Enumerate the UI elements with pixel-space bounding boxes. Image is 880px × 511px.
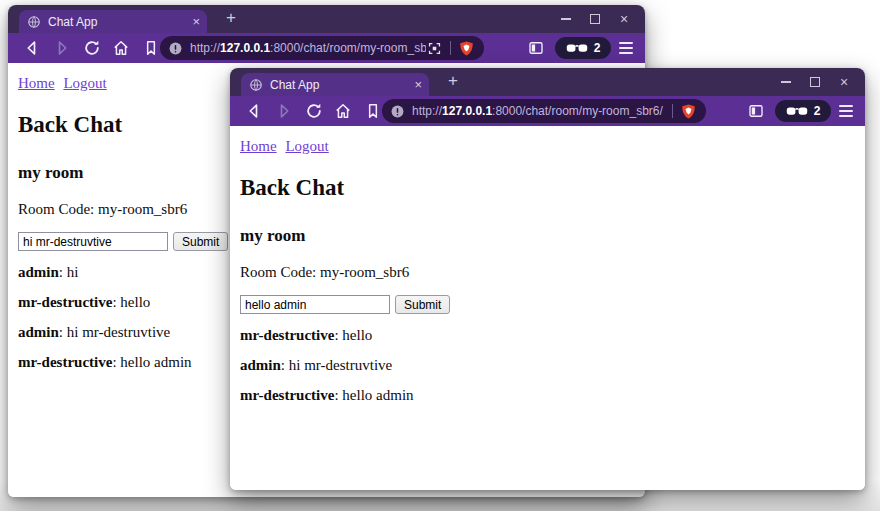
globe-favicon-icon [27,15,41,29]
window-controls: × [778,68,865,96]
brave-shield-icon[interactable] [680,103,697,120]
browser-window-foreground[interactable]: Chat App × + × http://127.0. [230,68,865,490]
site-info-icon[interactable] [390,104,405,119]
tab-close-icon[interactable]: × [192,15,200,28]
brave-rewards-badge[interactable]: 2 [775,100,831,122]
message-username: admin [240,357,281,373]
brave-rewards-badge[interactable]: 2 [555,37,611,59]
badge-count: 2 [814,104,821,118]
submit-button[interactable]: Submit [395,295,450,314]
menu-icon[interactable] [839,104,853,118]
chat-message: mr-destructive: hello [240,327,855,344]
logout-link[interactable]: Logout [285,138,328,154]
reload-icon[interactable] [304,101,324,121]
message-username: admin [18,324,59,340]
menu-icon[interactable] [619,41,633,55]
tab-chat-app[interactable]: Chat App × [241,73,429,96]
bookmark-icon[interactable] [141,38,161,58]
page-nav: Home Logout [240,138,855,155]
message-text: hello admin [342,387,413,403]
message-separator: : [59,264,67,280]
url-bar[interactable]: http://127.0.0.1:8000/chat/room/my-room_… [382,99,706,123]
home-icon[interactable] [111,38,131,58]
browser-toolbar: http://127.0.0.1:8000/chat/room/my-room_… [8,33,645,63]
message-text: hello admin [120,354,191,370]
badge-count: 2 [594,41,601,55]
url-scheme: http:// [412,104,442,118]
tab-title: Chat App [270,78,407,92]
reload-icon[interactable] [82,38,102,58]
url-path: :8000/chat/room/my-room_sbr6/ [270,41,426,55]
tab-title: Chat App [48,15,185,29]
message-text: hello [120,294,150,310]
url-text[interactable]: http://127.0.0.1:8000/chat/room/my-room_… [412,104,672,118]
message-form: Submit [240,295,855,314]
message-text: hi [67,264,79,280]
sidebar-toggle-icon[interactable] [527,39,545,57]
message-separator: : [281,357,289,373]
tab-strip: Chat App × + × [230,68,865,96]
url-bar[interactable]: http://127.0.0.1:8000/chat/room/my-room_… [160,36,484,60]
back-icon[interactable] [244,101,264,121]
maximize-icon[interactable] [807,74,823,90]
tab-strip: Chat App × + × [8,5,645,33]
submit-button[interactable]: Submit [173,232,228,251]
chat-message: mr-destructive: hello admin [240,387,855,404]
sunglasses-icon [786,106,808,117]
brave-shield-icon[interactable] [458,40,475,57]
message-input[interactable] [240,295,390,314]
browser-toolbar: http://127.0.0.1:8000/chat/room/my-room_… [230,96,865,126]
home-link[interactable]: Home [18,75,55,91]
message-username: mr-destructive [18,354,112,370]
message-username: admin [18,264,59,280]
window-controls: × [558,5,645,33]
divider [672,104,673,118]
home-icon[interactable] [333,101,353,121]
forward-icon [52,38,72,58]
back-icon[interactable] [22,38,42,58]
forward-icon [274,101,294,121]
site-info-icon[interactable] [168,41,183,56]
new-tab-icon[interactable]: + [220,8,242,30]
tab-chat-app[interactable]: Chat App × [19,10,207,33]
logout-link[interactable]: Logout [63,75,106,91]
message-input[interactable] [18,232,168,251]
minimize-icon[interactable] [558,11,574,27]
divider [450,41,451,55]
sunglasses-icon [566,43,588,54]
message-text: hi mr-destruvtive [67,324,170,340]
close-icon[interactable]: × [836,74,852,90]
bookmark-icon[interactable] [363,101,383,121]
tab-close-icon[interactable]: × [414,78,422,91]
maximize-icon[interactable] [587,11,603,27]
url-host: 127.0.0.1 [220,41,270,55]
globe-favicon-icon [249,78,263,92]
url-path: :8000/chat/room/my-room_sbr6/ [492,104,663,118]
url-scheme: http:// [190,41,220,55]
url-text[interactable]: http://127.0.0.1:8000/chat/room/my-room_… [190,41,426,55]
message-username: mr-destructive [240,327,334,343]
message-username: mr-destructive [18,294,112,310]
page-title: Back Chat [240,175,855,201]
room-name: my room [240,226,855,246]
home-link[interactable]: Home [240,138,277,154]
message-username: mr-destructive [240,387,334,403]
page-content: Home Logout Back Chat my room Room Code:… [230,126,865,490]
room-code: Room Code: my-room_sbr6 [240,264,855,281]
message-separator: : [59,324,67,340]
message-text: hello [342,327,372,343]
qr-code-icon[interactable] [426,40,443,57]
message-text: hi mr-destruvtive [289,357,392,373]
minimize-icon[interactable] [778,74,794,90]
new-tab-icon[interactable]: + [442,71,464,93]
close-icon[interactable]: × [616,11,632,27]
url-host: 127.0.0.1 [442,104,492,118]
sidebar-toggle-icon[interactable] [747,102,765,120]
chat-message: admin: hi mr-destruvtive [240,357,855,374]
